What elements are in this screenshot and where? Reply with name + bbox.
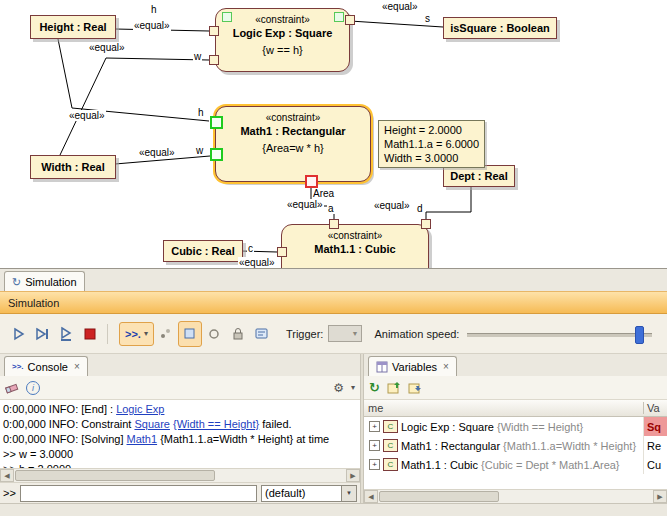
logicexp-corner-port-right[interactable] [334,12,344,22]
run-icon [10,326,26,342]
open-diagram-button[interactable] [250,321,274,347]
math1-name: Math1 : Rectangular [216,124,370,138]
table-row[interactable]: + C Logic Exp : Square {Width == Height}… [364,417,667,436]
tab-console[interactable]: >>. Console × [4,356,88,376]
expand-toggle-icon[interactable]: + [369,421,380,432]
math1-area-port[interactable] [305,175,318,188]
cubic-block-label: Cubic : Real [171,245,235,257]
clear-console-icon[interactable] [5,381,19,395]
math1-h-port[interactable] [210,116,223,129]
math1-w-port[interactable] [210,148,223,161]
gear-menu-caret-icon[interactable]: ▾ [351,384,355,392]
dept-block-label: Dept : Real [450,170,507,182]
log-link-logic-exp[interactable]: Logic Exp [116,403,164,415]
scroll-right-arrow-icon[interactable]: ▶ [346,469,360,482]
dropdown-arrow-icon[interactable]: ▼ [341,486,356,501]
math11-constraint-block[interactable]: «constraint» Math1.1 : Cubic [281,224,429,268]
scroll-left-arrow-icon[interactable]: ◀ [0,469,14,482]
table-row[interactable]: + C Math1.1 : Cubic {Cubic = Dept * Math… [364,455,667,474]
close-icon[interactable]: × [74,361,80,372]
record-toggle-button[interactable] [202,321,226,347]
console-log[interactable]: 0:00,000 INFO: [End] : Logic Exp 0:00,00… [0,400,360,468]
scroll-left-arrow-icon[interactable]: ◀ [364,490,378,503]
export-icon[interactable] [408,381,422,395]
log-text: >> w = 3.0000 [3,448,73,460]
animation-speed-label: Animation speed: [374,328,459,340]
connector-width-logicexp[interactable] [60,58,209,155]
terminate-icon [82,326,98,342]
logic-exp-spec: {w == h} [216,44,349,57]
math11-a-port[interactable] [329,219,339,229]
cubic-block[interactable]: Cubic : Real [163,240,243,262]
expand-toggle-icon[interactable]: + [369,459,380,470]
value-column-header[interactable]: Va [643,402,667,414]
log-link-constraint-spec[interactable]: {Width == Height} [173,418,259,430]
port-label-c: c [247,243,254,254]
tokens-toggle-button[interactable] [154,321,178,347]
log-link-square[interactable]: Square [134,418,169,430]
scrollbar-thumb[interactable] [379,491,499,502]
logicexp-corner-port-left[interactable] [222,12,232,22]
width-block[interactable]: Width : Real [30,155,116,179]
math11-c-port[interactable] [277,247,287,257]
row-name: Logic Exp : Square [401,421,494,433]
logic-exp-name: Logic Exp : Square [216,26,349,40]
connector-height-math1[interactable] [58,39,209,121]
record-icon [206,326,222,342]
variables-table-header[interactable]: me Va [364,400,667,417]
expand-toggle-icon[interactable]: + [369,440,380,451]
animation-toggle-button[interactable] [178,321,202,347]
runtime-value-math11a: Math1.1.a = 6.0000 [384,137,479,151]
tab-simulation[interactable]: ↻ Simulation [4,271,85,291]
tab-variables[interactable]: Variables × [368,356,457,376]
connector-dept-math11[interactable] [426,187,471,221]
info-icon[interactable]: i [26,381,40,395]
log-line: 0:00,000 INFO: [End] : Logic Exp [3,402,357,417]
runtime-values-box[interactable]: Height = 2.0000 Math1.1.a = 6.0000 Width… [378,120,485,168]
console-pane: >>. Console × i ⚙ ▾ [0,354,360,503]
console-toggle-button[interactable]: >>. ▾ [119,322,154,346]
math1-constraint-block[interactable]: «constraint» Math1 : Rectangular {Area=w… [215,106,371,182]
equal-label-3: «equal» [68,110,106,121]
row-spec: {Math1.1.a=Width * Height} [503,440,636,452]
math11-name: Math1.1 : Cubic [282,242,428,256]
terminate-button[interactable] [78,321,102,347]
lock-icon [230,326,246,342]
logicexp-h-port[interactable] [209,26,219,36]
console-input[interactable] [20,485,257,502]
animation-speed-slider[interactable] [467,323,652,345]
select-columns-icon[interactable] [387,381,401,395]
panel-header[interactable]: Simulation [0,291,667,314]
diagram-canvas[interactable]: Height : Real isSquare : Boolean Width :… [0,0,667,268]
logic-exp-constraint-block[interactable]: «constraint» Logic Exp : Square {w == h} [215,8,350,72]
console-context-dropdown[interactable]: (default) ▼ [261,485,357,502]
refresh-icon[interactable]: ↻ [369,381,380,394]
logicexp-w-port[interactable] [209,55,219,65]
port-label-a: a [327,203,335,214]
lock-button[interactable] [226,321,250,347]
step-over-button[interactable] [54,321,78,347]
log-text: {Math1.1.a=Width * Height} at time [157,433,329,445]
console-horizontal-scrollbar[interactable]: ◀ ▶ [0,468,360,482]
logicexp-s-port[interactable] [345,15,355,25]
close-icon[interactable]: × [443,361,449,372]
table-row[interactable]: + C Math1 : Rectangular {Math1.1.a=Width… [364,436,667,455]
step-into-button[interactable] [30,321,54,347]
scroll-right-arrow-icon[interactable]: ▶ [653,490,667,503]
slider-handle[interactable] [635,326,644,344]
chevron-down-icon: ▾ [144,330,148,338]
log-link-math1[interactable]: Math1 [127,433,158,445]
issquare-block[interactable]: isSquare : Boolean [443,17,557,39]
trigger-dropdown[interactable]: ▼ [328,325,362,342]
height-block[interactable]: Height : Real [30,15,116,39]
port-label-d: d [416,203,424,214]
tab-variables-label: Variables [392,361,437,373]
math11-d-port[interactable] [421,219,431,229]
scrollbar-thumb[interactable] [15,470,215,481]
variables-horizontal-scrollbar[interactable]: ◀ ▶ [364,489,667,503]
name-column-header[interactable]: me [364,402,643,414]
dept-block[interactable]: Dept : Real [443,165,515,187]
variables-pane: Variables × ↻ me [364,354,667,503]
run-button[interactable] [6,321,30,347]
gear-icon[interactable]: ⚙ [333,382,344,394]
